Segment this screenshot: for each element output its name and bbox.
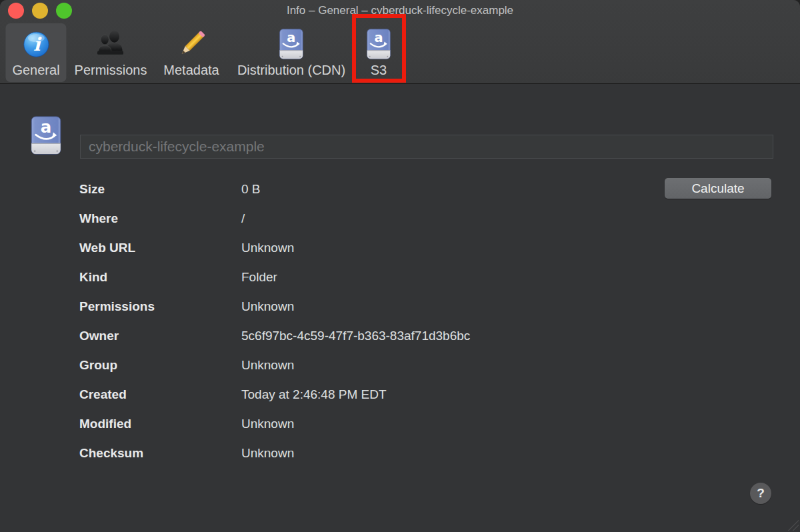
amazon-drive-icon [275, 27, 308, 61]
row-web-url: Web URL Unknown [0, 233, 800, 263]
tab-s3[interactable]: S3 [355, 23, 402, 82]
row-label: Web URL [79, 241, 241, 255]
row-value: Folder [241, 270, 800, 285]
row-group: Group Unknown [0, 351, 800, 380]
amazon-drive-icon [362, 27, 395, 61]
toolbar: General Permissions Metadata Distributio… [0, 21, 800, 84]
tab-label: Distribution (CDN) [237, 61, 345, 79]
row-kind: Kind Folder [0, 263, 800, 292]
row-label: Checksum [79, 446, 241, 461]
tab-label: S3 [371, 61, 387, 79]
row-value: / [241, 211, 800, 226]
tab-permissions[interactable]: Permissions [68, 23, 154, 82]
titlebar[interactable]: Info – General – cyberduck-lifecycle-exa… [0, 0, 800, 21]
window-title: Info – General – cyberduck-lifecycle-exa… [0, 0, 800, 21]
info-rows: Size 0 B Where / Web URL Unknown Kind Fo… [0, 175, 800, 468]
row-value: Unknown [241, 358, 800, 373]
resize-grip[interactable] [788, 520, 799, 531]
row-owner: Owner 5c6f97bc-4c59-47f7-b363-83af71d3b6… [0, 321, 800, 351]
help-button[interactable]: ? [750, 483, 771, 504]
tab-metadata[interactable]: Metadata [157, 23, 225, 82]
row-where: Where / [0, 204, 800, 233]
calculate-button[interactable]: Calculate [665, 178, 771, 199]
row-label: Permissions [79, 299, 241, 314]
filename-input[interactable] [80, 135, 773, 159]
row-label: Where [79, 211, 241, 226]
people-icon [94, 27, 127, 61]
row-modified: Modified Unknown [0, 409, 800, 439]
row-label: Modified [79, 417, 241, 431]
row-value: Unknown [241, 299, 800, 314]
row-value: Unknown [241, 241, 800, 255]
row-value: 5c6f97bc-4c59-47f7-b363-83af71d3b6bc [241, 329, 800, 343]
tab-label: Metadata [163, 61, 219, 79]
row-value: Unknown [241, 446, 800, 461]
row-created: Created Today at 2:46:48 PM EDT [0, 380, 800, 409]
tab-general[interactable]: General [5, 23, 66, 82]
row-label: Created [79, 387, 241, 402]
row-checksum: Checksum Unknown [0, 439, 800, 468]
tab-label: Permissions [75, 61, 147, 79]
tab-distribution-cdn[interactable]: Distribution (CDN) [231, 23, 352, 82]
row-permissions: Permissions Unknown [0, 292, 800, 321]
tab-label: General [12, 61, 59, 79]
row-value: Unknown [241, 417, 800, 431]
row-label: Group [79, 358, 241, 373]
window-header: Info – General – cyberduck-lifecycle-exa… [0, 0, 800, 84]
row-value: Today at 2:46:48 PM EDT [241, 387, 800, 402]
row-label: Kind [79, 270, 241, 285]
info-window: Info – General – cyberduck-lifecycle-exa… [0, 0, 800, 532]
amazon-bucket-icon [27, 116, 65, 157]
row-label: Size [79, 182, 241, 197]
pencil-icon [175, 27, 208, 61]
info-icon [19, 27, 53, 61]
row-label: Owner [79, 329, 241, 343]
